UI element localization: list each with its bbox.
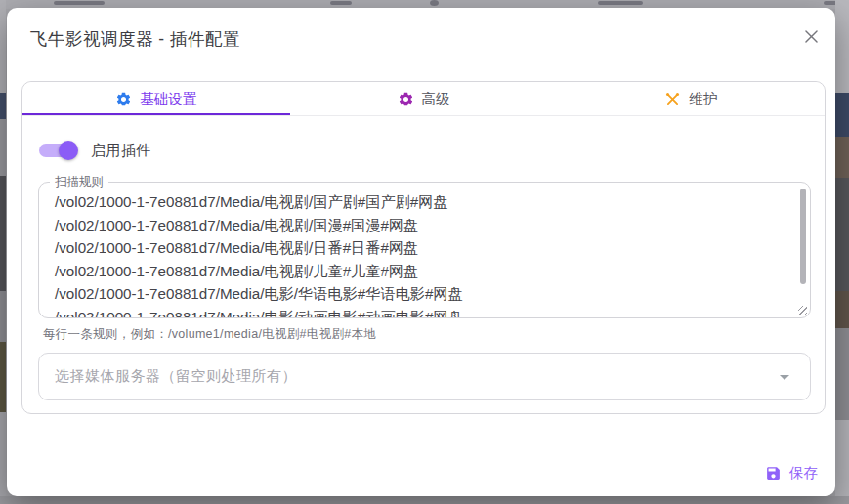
tab-maintenance[interactable]: 维护 bbox=[557, 82, 825, 115]
close-icon[interactable] bbox=[798, 23, 824, 49]
backdrop-right-strip bbox=[835, 0, 849, 504]
enable-plugin-row: 启用插件 bbox=[39, 141, 151, 160]
resize-handle[interactable] bbox=[798, 306, 807, 315]
backdrop-fragment bbox=[330, 1, 352, 5]
crossed-tools-icon bbox=[664, 91, 681, 107]
media-server-placeholder: 选择媒体服务器（留空则处理所有） bbox=[55, 367, 297, 386]
tab-maintenance-label: 维护 bbox=[689, 90, 717, 108]
backdrop-fragment bbox=[54, 1, 105, 5]
plugin-config-dialog: 飞牛影视调度器 - 插件配置 基础设置 高级 bbox=[7, 8, 835, 496]
backdrop-fragment bbox=[824, 1, 839, 5]
tab-basic-settings-label: 基础设置 bbox=[140, 90, 196, 108]
backdrop-left-strip bbox=[0, 0, 6, 504]
tab-advanced-label: 高级 bbox=[422, 90, 450, 108]
toggle-thumb bbox=[59, 141, 78, 160]
backdrop-bottom-strip bbox=[0, 496, 849, 504]
scan-rules-field: 扫描规则 /vol02/1000-1-7e0881d7/Media/电视剧/国产… bbox=[38, 182, 811, 318]
gear-icon bbox=[398, 91, 414, 107]
settings-card: 基础设置 高级 维护 bbox=[21, 81, 826, 414]
tab-basic-settings[interactable]: 基础设置 bbox=[22, 82, 290, 115]
scan-rules-textarea[interactable]: /vol02/1000-1-7e0881d7/Media/电视剧/国产剧#国产剧… bbox=[39, 183, 810, 317]
save-button-label: 保存 bbox=[789, 464, 818, 483]
chevron-down-icon bbox=[780, 375, 789, 380]
tab-advanced[interactable]: 高级 bbox=[290, 82, 558, 115]
enable-plugin-label: 启用插件 bbox=[91, 142, 151, 160]
tab-bar: 基础设置 高级 维护 bbox=[22, 82, 825, 116]
gear-icon bbox=[115, 91, 132, 107]
scan-rules-helper-text: 每行一条规则，例如：/volume1/media/电视剧#电视剧#本地 bbox=[43, 326, 376, 343]
backdrop-fragment bbox=[430, 0, 439, 6]
dialog-title: 飞牛影视调度器 - 插件配置 bbox=[30, 27, 240, 51]
save-button[interactable]: 保存 bbox=[765, 459, 818, 486]
media-server-select[interactable]: 选择媒体服务器（留空则处理所有） bbox=[38, 353, 811, 400]
backdrop-fragment bbox=[598, 1, 643, 5]
save-floppy-icon bbox=[765, 465, 782, 482]
scrollbar-thumb[interactable] bbox=[800, 189, 806, 284]
enable-plugin-toggle[interactable] bbox=[39, 141, 76, 160]
